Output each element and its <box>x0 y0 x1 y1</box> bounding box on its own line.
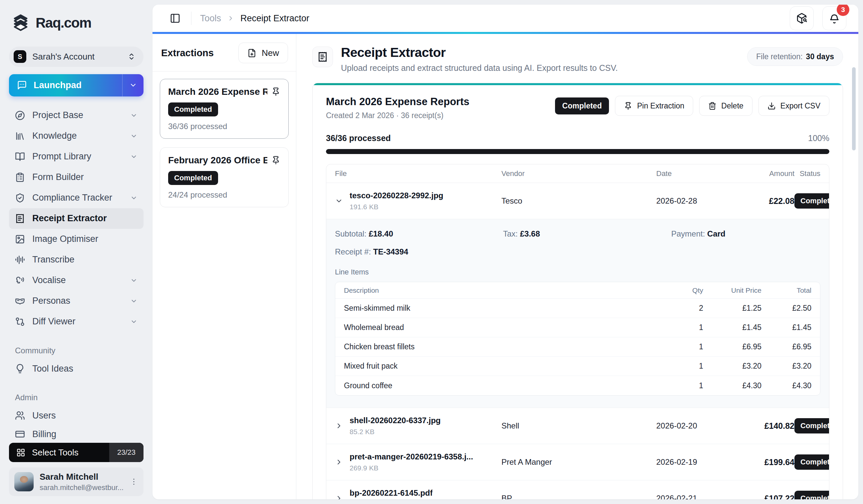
item-total: £3.20 <box>761 362 811 371</box>
sidebar-item-form-builder[interactable]: Form Builder <box>9 167 143 188</box>
layout-grid-icon <box>16 448 25 457</box>
sidebar-item-project-base[interactable]: Project Base <box>9 105 143 126</box>
sidebar-item-label: Tool Ideas <box>32 364 138 374</box>
extractions-panel: Extractions New March 2026 Expense Re...… <box>152 34 296 499</box>
receipt-detail-tesco: Subtotal: £18.40 Tax: £3.68 Payment: Car… <box>326 219 829 408</box>
item-unit: £6.95 <box>703 342 761 351</box>
breadcrumb-tools[interactable]: Tools <box>200 13 221 24</box>
item-desc: Semi-skimmed milk <box>344 304 668 313</box>
sidebar-item-image-optimiser[interactable]: Image Optimiser <box>9 229 143 249</box>
col-total: Total <box>761 286 811 294</box>
audio-lines-icon <box>15 255 25 265</box>
notifications-button[interactable]: 3 <box>822 6 846 30</box>
vendor: Pret A Manger <box>501 457 656 467</box>
new-extraction-button[interactable]: New <box>238 42 288 63</box>
launchpad-expand[interactable] <box>122 74 143 96</box>
sidebar-item-vocalise[interactable]: Vocalise <box>9 270 143 291</box>
amount: £22.08 <box>738 196 795 206</box>
sidebar-item-diff-viewer[interactable]: Diff Viewer <box>9 311 143 332</box>
col-date: Date <box>656 169 738 178</box>
item-qty: 1 <box>668 362 703 371</box>
col-vendor: Vendor <box>501 169 656 178</box>
tool-icon-box <box>312 47 333 67</box>
sidebar-item-compliance-tracker[interactable]: Compliance Tracker <box>9 188 143 208</box>
main-panel: Tools Receipt Extractor 3 Extractions <box>152 5 858 499</box>
extraction-title: February 2026 Office Ex... <box>168 155 267 166</box>
receipt-icon <box>317 52 328 62</box>
chevron-down-icon[interactable] <box>335 197 343 205</box>
sidebar-item-receipt-extractor[interactable]: Receipt Extractor <box>9 208 143 229</box>
processed-count: 36/36 processed <box>168 122 280 131</box>
date: 2026-02-28 <box>656 196 738 206</box>
sidebar-item-transcribe[interactable]: Transcribe <box>9 249 143 270</box>
user-card[interactable]: Sarah Mitchell sarah.mitchell@westbur... <box>9 467 143 496</box>
sidebar-menu: Project Base Knowledge Prompt Library Fo… <box>9 105 143 332</box>
export-csv-button[interactable]: Export CSV <box>759 96 829 116</box>
item-total: £6.95 <box>761 342 811 351</box>
sidebar-item-launchpad[interactable]: Launchpad <box>9 74 143 96</box>
select-tools-button[interactable]: Select Tools 23/23 <box>9 443 143 462</box>
sidebar-item-label: Prompt Library <box>32 151 123 162</box>
status-badge: Completed <box>795 193 829 209</box>
chevron-down-icon <box>130 132 138 140</box>
line-item-row: Ground coffee 1 £4.30 £4.30 <box>335 376 820 395</box>
pin-icon[interactable] <box>271 87 280 96</box>
tax-value: £3.68 <box>520 229 540 238</box>
item-qty: 2 <box>668 304 703 313</box>
brand-name: Raq.com <box>36 15 91 31</box>
sidebar-item-knowledge[interactable]: Knowledge <box>9 126 143 146</box>
delete-button[interactable]: Delete <box>699 96 752 116</box>
vendor: Shell <box>501 421 656 430</box>
select-tools-main: Select Tools <box>9 448 109 458</box>
sidebar-item-label: Billing <box>32 429 138 439</box>
table-row-pret[interactable]: pret-a-manger-20260219-6358.j... 269.9 K… <box>326 444 829 480</box>
content-row: Extractions New March 2026 Expense Re...… <box>152 34 858 499</box>
col-unit-price: Unit Price <box>703 286 761 294</box>
table-row-shell[interactable]: shell-20260220-6337.jpg 85.2 KB Shell 20… <box>326 408 829 444</box>
table-row-tesco[interactable]: tesco-20260228-2992.jpg 191.6 KB Tesco 2… <box>326 183 829 219</box>
chevron-down-icon <box>130 112 138 119</box>
chevron-right-icon[interactable] <box>335 458 343 466</box>
progress-bar <box>326 149 829 154</box>
sidebar-item-label: Vocalise <box>32 275 123 285</box>
chevron-right-icon <box>227 15 234 22</box>
item-desc: Ground coffee <box>344 381 668 390</box>
chevron-right-icon[interactable] <box>335 494 343 499</box>
pin-extraction-button[interactable]: Pin Extraction <box>615 96 693 116</box>
extraction-detail-card: March 2026 Expense Reports Created 2 Mar… <box>312 83 843 499</box>
table-row-bp[interactable]: bp-20260221-6145.pdf 383.5 KB BP 2026-02… <box>326 480 829 499</box>
date: 2026-02-21 <box>656 494 738 499</box>
sidebar-item-tool-ideas[interactable]: Tool Ideas <box>9 359 143 379</box>
launchpad-main[interactable]: Launchpad <box>9 80 122 90</box>
sidebar-item-users[interactable]: Users <box>9 405 143 426</box>
user-email: sarah.mitchell@westbur... <box>40 483 124 492</box>
pin-icon[interactable] <box>271 156 280 165</box>
download-icon <box>767 102 776 110</box>
status-badge: Completed <box>795 418 829 434</box>
item-desc: Wholemeal bread <box>344 323 668 332</box>
sidebar-bottom: Select Tools 23/23 Sarah Mitchell sarah.… <box>9 443 143 496</box>
vertical-scrollbar[interactable] <box>852 67 856 150</box>
sidebar-toggle-button[interactable] <box>168 11 183 26</box>
export-csv-label: Export CSV <box>780 102 821 111</box>
package-search-button[interactable] <box>790 6 814 30</box>
col-status: Status <box>795 169 821 178</box>
account-switcher[interactable]: S Sarah's Account <box>9 47 143 67</box>
avatar <box>14 472 34 491</box>
shield-check-icon <box>15 193 25 203</box>
status-badge: Completed <box>795 454 829 470</box>
sidebar-item-personas[interactable]: Personas <box>9 291 143 311</box>
sidebar-item-label: Users <box>32 411 138 421</box>
chevron-right-icon[interactable] <box>335 422 343 430</box>
topbar-divider <box>191 12 191 25</box>
extraction-card-february[interactable]: February 2026 Office Ex... Completed 24/… <box>160 147 289 207</box>
pin-icon <box>624 102 632 110</box>
sidebar-item-billing[interactable]: Billing <box>9 426 143 443</box>
sidebar-item-prompt-library[interactable]: Prompt Library <box>9 146 143 167</box>
file-name: tesco-20260228-2992.jpg <box>350 191 443 200</box>
extraction-card-march[interactable]: March 2026 Expense Re... Completed 36/36… <box>160 79 289 139</box>
ellipsis-vertical-icon[interactable] <box>129 477 138 486</box>
extractions-title: Extractions <box>161 48 214 59</box>
item-total: £4.30 <box>761 381 811 390</box>
user-meta: Sarah Mitchell sarah.mitchell@westbur... <box>40 472 124 492</box>
